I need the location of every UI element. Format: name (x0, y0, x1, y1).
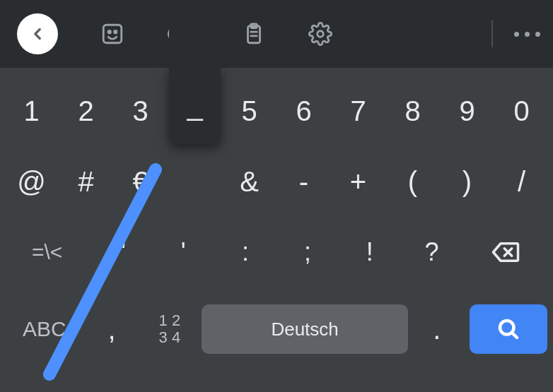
key-6[interactable]: 6 (278, 78, 330, 144)
numpad-bottom: 3 4 (159, 329, 181, 346)
key-colon[interactable]: : (216, 219, 275, 285)
key-hidden[interactable] (169, 148, 221, 215)
key-3[interactable]: 3 (115, 78, 166, 144)
key-moresymbols[interactable]: =\< (6, 219, 88, 285)
key-exclaim[interactable]: ! (340, 219, 400, 285)
key-1[interactable]: 1 (6, 78, 57, 144)
key-comma[interactable]: , (86, 296, 138, 362)
backspace-key[interactable] (465, 219, 547, 285)
key-underscore-popup[interactable]: _ (169, 66, 221, 144)
key-2[interactable]: 2 (60, 78, 112, 144)
clipboard-icon (242, 22, 266, 46)
mode-key-abc[interactable]: ABC (6, 296, 83, 362)
key-9[interactable]: 9 (441, 78, 493, 144)
sticker-button[interactable] (100, 22, 124, 46)
key-at[interactable]: @ (6, 148, 57, 215)
backspace-icon (491, 237, 520, 267)
toolbar-divider (491, 20, 493, 47)
svg-line-11 (512, 333, 517, 338)
back-button[interactable] (17, 13, 58, 54)
key-7[interactable]: 7 (332, 78, 384, 144)
key-0[interactable]: 0 (496, 78, 547, 144)
numpad-top: 1 2 (159, 312, 181, 329)
key-dquote[interactable]: " (91, 219, 151, 285)
key-rparen[interactable]: ) (441, 148, 493, 215)
svg-point-7 (318, 31, 324, 37)
gear-icon (308, 22, 332, 46)
key-plus[interactable]: + (332, 148, 384, 215)
key-8[interactable]: 8 (387, 78, 438, 144)
settings-button[interactable] (308, 22, 332, 46)
key-semicolon[interactable]: ; (278, 219, 337, 285)
sticker-icon (100, 22, 124, 46)
row-1: 1 2 3 _ 5 6 7 8 9 0 (6, 78, 547, 144)
toolbar-right (491, 20, 540, 47)
key-question[interactable]: ? (402, 219, 462, 285)
keyboard: 1 2 3 _ 5 6 7 8 9 0 @ # € & - + ( ) / =\… (0, 68, 553, 364)
svg-point-1 (108, 30, 110, 32)
key-squote[interactable]: ' (153, 219, 213, 285)
key-hyphen[interactable]: - (278, 148, 330, 215)
key-slash[interactable]: / (496, 148, 547, 215)
spacebar[interactable]: Deutsch (202, 304, 408, 354)
row-2: @ # € & - + ( ) / (6, 148, 547, 215)
key-ampersand[interactable]: & (223, 148, 275, 215)
keyboard-toolbar: GIF (0, 0, 553, 68)
search-key[interactable] (470, 304, 547, 354)
chevron-left-icon (28, 25, 47, 43)
clipboard-button[interactable] (242, 22, 266, 46)
svg-point-2 (115, 30, 117, 32)
more-icon (514, 32, 519, 37)
key-hash[interactable]: # (60, 148, 112, 215)
row-3: =\< " ' : ; ! ? (6, 219, 547, 285)
key-lparen[interactable]: ( (387, 148, 438, 215)
more-button[interactable] (514, 32, 540, 37)
search-icon (496, 316, 521, 342)
numpad-key[interactable]: 1 2 3 4 (141, 296, 199, 362)
key-5[interactable]: 5 (223, 78, 275, 144)
svg-rect-0 (103, 25, 122, 43)
key-euro[interactable]: € (115, 148, 166, 215)
key-period[interactable]: . (411, 296, 462, 362)
row-4: ABC , 1 2 3 4 Deutsch . (6, 294, 547, 364)
